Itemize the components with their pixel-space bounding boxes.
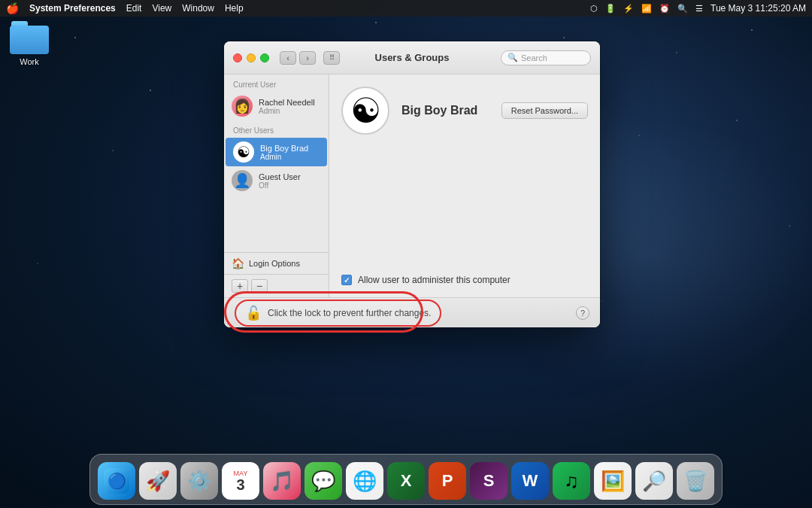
- messages-icon: 💬: [311, 470, 335, 493]
- preview-icon: 🔎: [642, 470, 666, 493]
- view-menu[interactable]: View: [152, 3, 171, 14]
- search-placeholder: Search: [521, 53, 547, 62]
- desktop: 🍎 System Preferences Edit View Window He…: [0, 0, 812, 508]
- users-groups-window: ‹ › ⠿ Users & Groups 🔍 Search Current Us…: [224, 41, 600, 327]
- guest-role: Off: [259, 181, 301, 190]
- lock-section[interactable]: 🔓 Click the lock to prevent further chan…: [235, 300, 441, 327]
- window-content: Current User 👩 Rachel Needell Admin Othe…: [224, 75, 600, 297]
- dock-item-launchpad[interactable]: 🚀: [139, 462, 177, 500]
- dock-item-excel[interactable]: X: [387, 462, 425, 500]
- nav-buttons: ‹ ›: [280, 51, 316, 65]
- window-bottom: 🔓 Click the lock to prevent further chan…: [224, 297, 600, 327]
- edit-menu[interactable]: Edit: [126, 3, 142, 14]
- rachel-avatar: 👩: [232, 96, 253, 117]
- login-options-label: Login Options: [249, 259, 300, 268]
- sidebar-actions: + −: [224, 274, 329, 297]
- launchpad-icon: 🚀: [146, 470, 170, 493]
- dock-item-music[interactable]: 🎵: [263, 462, 301, 500]
- dock-item-trash[interactable]: 🗑️: [677, 462, 714, 500]
- search-bar[interactable]: 🔍 Search: [501, 50, 591, 65]
- menubar-right: ⬡ 🔋 ⚡ 📶 ⏰ 🔍 ☰ Tue May 3 11:25:20 AM: [590, 3, 806, 14]
- folder-icon: [10, 21, 49, 54]
- music-icon: 🎵: [270, 470, 294, 493]
- sidebar-user-rachel[interactable]: 👩 Rachel Needell Admin: [224, 92, 329, 120]
- guest-avatar: 👤: [232, 170, 253, 191]
- traffic-lights: [233, 53, 269, 62]
- main-user-avatar: ☯: [341, 87, 389, 135]
- dock-item-photos[interactable]: 🖼️: [594, 462, 632, 500]
- app-name[interactable]: System Preferences: [29, 3, 116, 14]
- remove-user-button[interactable]: −: [251, 279, 268, 293]
- chrome-icon: 🌐: [353, 470, 377, 493]
- forward-button[interactable]: ›: [299, 51, 316, 65]
- trash-icon: 🗑️: [683, 470, 707, 493]
- guest-name: Guest User: [259, 172, 301, 181]
- sidebar: Current User 👩 Rachel Needell Admin Othe…: [224, 75, 329, 297]
- bigboy-info: Big Boy Brad Admin: [260, 144, 308, 161]
- lock-icon: 🔓: [245, 305, 262, 321]
- check-icon: ✓: [344, 276, 350, 284]
- dropbox-icon: ⬡: [590, 4, 598, 14]
- minimize-button[interactable]: [247, 53, 256, 62]
- dock-item-finder[interactable]: 🔵: [98, 462, 135, 500]
- dock-item-powerpoint[interactable]: P: [429, 462, 466, 500]
- admin-checkbox[interactable]: ✓: [341, 275, 352, 285]
- rachel-role: Admin: [259, 107, 315, 115]
- reset-password-button[interactable]: Reset Password...: [501, 102, 588, 119]
- wifi-icon: 📶: [641, 4, 652, 14]
- word-icon: W: [523, 471, 538, 491]
- spotify-icon: ♫: [564, 470, 579, 493]
- menubar-left: 🍎 System Preferences Edit View Window He…: [6, 2, 244, 14]
- folder-label: Work: [20, 57, 38, 66]
- maximize-button[interactable]: [260, 53, 269, 62]
- window-title: Users & Groups: [375, 52, 450, 63]
- bluetooth-icon: ⚡: [623, 4, 634, 14]
- apple-menu[interactable]: 🍎: [6, 2, 19, 14]
- grid-button[interactable]: ⠿: [323, 51, 340, 65]
- datetime: Tue May 3 11:25:20 AM: [710, 3, 806, 14]
- battery-icon: 🔋: [605, 4, 616, 14]
- sysprefs-icon: ⚙️: [187, 470, 211, 493]
- menubar: 🍎 System Preferences Edit View Window He…: [0, 0, 812, 17]
- login-options-item[interactable]: 🏠 Login Options: [224, 252, 329, 274]
- folder-body: [10, 26, 49, 54]
- help-button[interactable]: ?: [576, 306, 589, 320]
- sidebar-user-guest[interactable]: 👤 Guest User Off: [224, 166, 329, 195]
- sidebar-user-bigboy[interactable]: ☯ Big Boy Brad Admin: [226, 138, 327, 166]
- dock-item-messages[interactable]: 💬: [304, 462, 342, 500]
- dock-item-word[interactable]: W: [511, 462, 549, 500]
- dock-item-preview[interactable]: 🔎: [635, 462, 673, 500]
- rachel-name: Rachel Needell: [259, 98, 315, 107]
- checkbox-label: Allow user to administer this computer: [358, 275, 511, 285]
- back-button[interactable]: ‹: [280, 51, 296, 65]
- photos-icon: 🖼️: [601, 470, 625, 493]
- checkbox-row: ✓ Allow user to administer this computer: [341, 275, 588, 285]
- close-button[interactable]: [233, 53, 242, 62]
- window-menu[interactable]: Window: [182, 3, 214, 14]
- spotlight-icon[interactable]: 🔍: [677, 4, 688, 14]
- time-machine-icon: ⏰: [659, 4, 670, 14]
- search-icon: 🔍: [508, 53, 518, 62]
- plus-icon: +: [237, 281, 243, 291]
- dock-item-calendar[interactable]: MAY 3: [222, 462, 259, 500]
- notification-icon[interactable]: ☰: [695, 4, 703, 14]
- rachel-info: Rachel Needell Admin: [259, 98, 315, 115]
- minus-icon: −: [256, 281, 262, 291]
- main-panel: ☯ Big Boy Brad Reset Password... ✓ Allow…: [329, 75, 600, 297]
- dock: 🔵 🚀 ⚙️ MAY 3 🎵 💬 🌐 X P S: [89, 454, 723, 505]
- panel-spacer: [341, 144, 588, 266]
- svg-text:🔵: 🔵: [108, 472, 126, 490]
- dock-item-chrome[interactable]: 🌐: [346, 462, 383, 500]
- current-user-label: Current User: [224, 75, 329, 92]
- dock-item-spotify[interactable]: ♫: [553, 462, 590, 500]
- bigboy-avatar: ☯: [233, 141, 254, 163]
- excel-icon: X: [401, 471, 412, 491]
- help-menu[interactable]: Help: [225, 3, 244, 14]
- bigboy-role: Admin: [260, 153, 308, 161]
- desktop-folder-work[interactable]: Work: [10, 21, 49, 66]
- other-users-label: Other Users: [224, 120, 329, 138]
- add-user-button[interactable]: +: [232, 279, 248, 293]
- dock-item-system-preferences[interactable]: ⚙️: [180, 462, 218, 500]
- house-icon: 🏠: [232, 257, 244, 269]
- dock-item-slack[interactable]: S: [470, 462, 508, 500]
